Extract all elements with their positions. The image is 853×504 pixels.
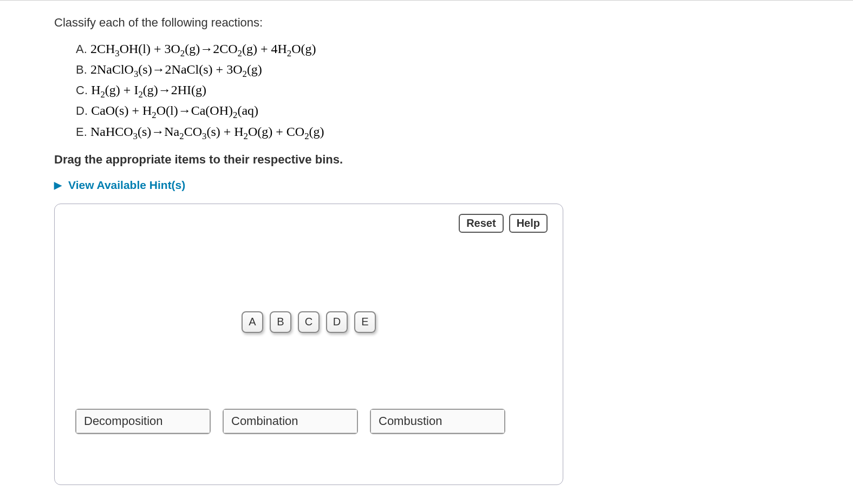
equations-block: A. 2CH3OH(l) + 3O2(g)→2CO2(g) + 4H2O(g) … <box>76 40 542 143</box>
question-text: Classify each of the following reactions… <box>54 16 542 30</box>
workspace-buttons: Reset Help <box>459 214 548 233</box>
bin-combination[interactable]: Combination <box>223 409 358 434</box>
equation-d: D. CaO(s) + H2O(l)→Ca(OH)2(aq) <box>76 101 542 122</box>
equation-a: A. 2CH3OH(l) + 3O2(g)→2CO2(g) + 4H2O(g) <box>76 40 542 60</box>
equation-b-formula: 2NaClO3(s)→2NaCl(s) + 3O2(g) <box>90 62 262 76</box>
bin-decomposition[interactable]: Decomposition <box>75 409 211 434</box>
equation-c-label: C. <box>76 83 91 97</box>
bin-combustion-header: Combustion <box>371 410 504 433</box>
hints-label: View Available Hint(s) <box>68 179 185 192</box>
equation-b-label: B. <box>76 63 90 76</box>
bin-combination-header: Combination <box>224 410 357 433</box>
drag-item-e[interactable]: E <box>354 311 376 333</box>
bin-combustion[interactable]: Combustion <box>370 409 505 434</box>
chevron-right-icon: ▶ <box>54 179 62 191</box>
draggable-items-area: A B C D E <box>64 311 553 333</box>
equation-c: C. H2(g) + I2(g)→2HI(g) <box>76 81 542 101</box>
bin-decomposition-header: Decomposition <box>76 410 210 433</box>
bins-row: Decomposition Combination Combustion <box>75 409 553 434</box>
drag-instruction: Drag the appropriate items to their resp… <box>54 153 542 167</box>
drag-item-d[interactable]: D <box>326 311 348 333</box>
workspace-panel: Reset Help A B C D E Decomposition Combi… <box>54 204 563 485</box>
top-divider <box>0 0 853 1</box>
equation-e-formula: NaHCO3(s)→Na2CO3(s) + H2O(g) + CO2(g) <box>90 125 324 139</box>
equation-e-label: E. <box>76 125 90 139</box>
equation-d-label: D. <box>76 104 91 117</box>
drag-item-b[interactable]: B <box>270 311 291 333</box>
equation-e: E. NaHCO3(s)→Na2CO3(s) + H2O(g) + CO2(g) <box>76 122 542 143</box>
equation-a-formula: 2CH3OH(l) + 3O2(g)→2CO2(g) + 4H2O(g) <box>90 42 316 56</box>
equation-b: B. 2NaClO3(s)→2NaCl(s) + 3O2(g) <box>76 60 542 81</box>
drag-item-c[interactable]: C <box>298 311 320 333</box>
reset-button[interactable]: Reset <box>459 214 503 233</box>
help-button[interactable]: Help <box>509 214 548 233</box>
content-area: Classify each of the following reactions… <box>0 16 596 485</box>
drag-item-a[interactable]: A <box>242 311 263 333</box>
equation-c-formula: H2(g) + I2(g)→2HI(g) <box>91 83 206 97</box>
equation-d-formula: CaO(s) + H2O(l)→Ca(OH)2(aq) <box>91 103 258 117</box>
view-hints-toggle[interactable]: ▶ View Available Hint(s) <box>54 179 542 192</box>
equation-a-label: A. <box>76 42 90 56</box>
